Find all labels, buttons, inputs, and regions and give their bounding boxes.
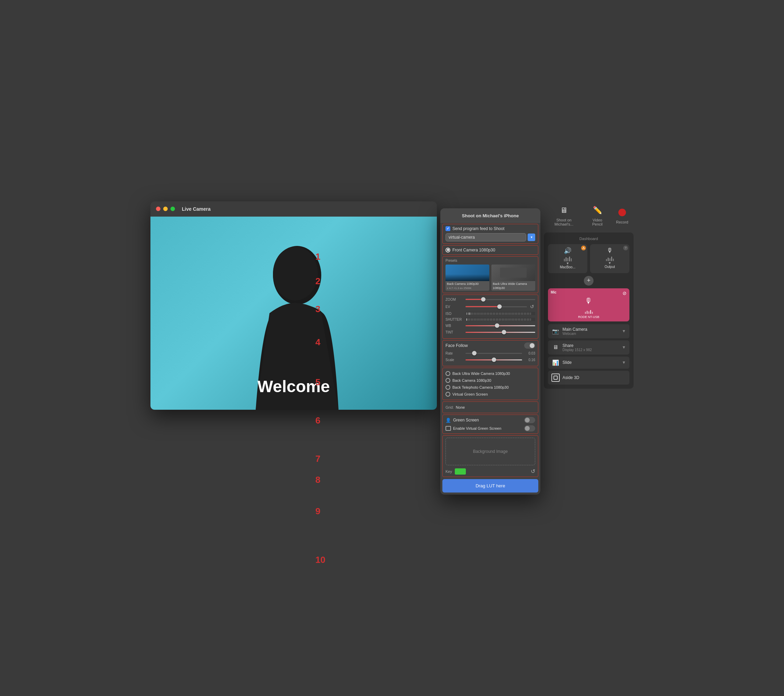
wb-slider[interactable] — [466, 323, 535, 328]
front-camera-radio[interactable] — [445, 248, 450, 252]
main-camera-sub: Webcam — [562, 332, 619, 336]
preset-back-thumbnail — [445, 265, 489, 281]
main-camera-info: Main Camera Webcam — [562, 327, 619, 336]
back-telephoto-radio[interactable] — [445, 385, 450, 390]
shutter-control-row: SHUTTER — [445, 317, 535, 321]
camera-list-item-3[interactable]: Back Telephoto Camera 1080p30 — [445, 384, 535, 391]
iso-slider[interactable] — [466, 311, 535, 316]
aside-3d-icon — [552, 374, 560, 382]
main-camera-source[interactable]: 📷 Main Camera Webcam ▼ — [548, 324, 629, 338]
macbook-input-card[interactable]: ? 🔊 ▼ MacBoo... ⚠ — [548, 244, 587, 273]
minimize-button[interactable] — [163, 207, 168, 211]
scale-slider[interactable] — [466, 357, 522, 362]
slide-arrow: ▼ — [622, 360, 626, 365]
toolbar-record-item[interactable]: Record — [614, 206, 630, 224]
aside-3d-source[interactable]: Aside 3D — [548, 371, 629, 385]
key-label: Key — [445, 469, 452, 474]
scale-control-row: Scale 0.16 — [445, 357, 535, 362]
mic-device-label: RODE NT-USB — [578, 315, 600, 319]
toolbar-shoot-item[interactable]: 🖥 Shoot on Michael's... — [547, 204, 580, 226]
close-button[interactable] — [156, 207, 160, 211]
toolbar-shoot-label: Shoot on Michael's... — [547, 218, 580, 226]
enable-virtual-toggle[interactable] — [524, 425, 535, 431]
section-num-2: 2 — [315, 276, 325, 286]
preset-back-camera[interactable]: Back Camera 1080p30 z 4.7 +1.3 ev 2500K — [445, 265, 489, 291]
section-num-6: 6 — [315, 415, 325, 426]
ev-slider[interactable] — [466, 304, 527, 309]
back-camera-radio[interactable] — [445, 378, 450, 383]
slide-info: Slide — [562, 360, 619, 365]
aside-3d-info: Aside 3D — [562, 375, 626, 380]
camera-list-item-1[interactable]: Back Ultra Wide Camera 1080p30 — [445, 370, 535, 377]
virtual-gs-radio[interactable] — [445, 392, 450, 397]
background-image-label: Background Image — [473, 449, 508, 454]
send-feed-checkbox[interactable] — [445, 226, 450, 231]
record-circle-icon — [618, 209, 626, 216]
share-info: Share Display 1512 x 982 — [562, 343, 619, 352]
iso-label: ISO — [445, 312, 463, 316]
presets-grid: Back Camera 1080p30 z 4.7 +1.3 ev 2500K … — [445, 265, 535, 291]
macbook-dropdown-arrow[interactable]: ▼ — [551, 262, 585, 265]
record-icon-box — [614, 206, 630, 219]
pencil-toolbar-icon: ✏️ — [593, 206, 602, 215]
slide-source-icon: 📊 — [552, 359, 560, 366]
dashboard-panel: Dashboard ? 🔊 ▼ MacBoo... ⚠ — [544, 232, 634, 389]
mic-large-icon: 🎙 — [585, 296, 593, 306]
section-background-image: Background Image Key ↺ — [442, 435, 538, 477]
green-screen-label: Green Screen — [453, 418, 522, 423]
shoot-icon-box: 🖥 — [556, 204, 572, 217]
output-level-bars — [593, 255, 627, 261]
monitor-icon — [445, 426, 451, 431]
tint-control-row: TINT — [445, 330, 535, 334]
back-ultra-radio[interactable] — [445, 371, 450, 376]
drag-lut-button[interactable]: Drag LUT here — [442, 479, 538, 492]
ev-control-row: EV ↺ — [445, 303, 535, 310]
section-num-10: 10 — [315, 554, 325, 565]
preset-wide-camera[interactable]: Back Ultra Wide Camera 1080p30 — [491, 265, 535, 291]
iso-control-row: ISO — [445, 311, 535, 316]
maximize-button[interactable] — [170, 207, 175, 211]
wb-control-row: WB — [445, 323, 535, 328]
background-image-drop-zone[interactable]: Background Image — [445, 438, 535, 465]
key-color-swatch[interactable] — [455, 468, 466, 475]
key-reset-button[interactable]: ↺ — [531, 468, 535, 475]
monitor-toolbar-icon: 🖥 — [560, 206, 568, 215]
section-num-9: 9 — [315, 506, 325, 517]
output-input-title: Output — [593, 265, 627, 269]
camera-list-item-4[interactable]: Virtual Green Screen — [445, 391, 535, 398]
green-screen-toggle[interactable] — [524, 417, 535, 423]
mic-card[interactable]: Mic ⊘ 🎙 RODE NT-USB — [548, 288, 629, 321]
share-source[interactable]: 🖥 Share Display 1512 x 982 ▼ — [548, 341, 629, 355]
person-icon: 👤 — [445, 417, 451, 423]
virtual-gs-camera-label: Virtual Green Screen — [452, 392, 488, 396]
toolbar-record-label: Record — [616, 220, 628, 224]
face-follow-toggle[interactable] — [524, 342, 535, 349]
back-camera-label: Back Camera 1080p30 — [452, 378, 491, 382]
ev-reset-button[interactable]: ↺ — [529, 303, 535, 310]
zoom-slider[interactable] — [466, 297, 535, 302]
wb-label: WB — [445, 324, 463, 327]
shutter-slider[interactable] — [466, 317, 535, 321]
output-input-card[interactable]: ? 🎙 ▼ Output — [590, 244, 629, 273]
presets-label: Presets — [445, 259, 535, 262]
dashboard-title: Dashboard — [548, 237, 629, 241]
mic-card-title: Mic — [551, 290, 557, 294]
scale-label: Scale — [445, 358, 463, 362]
virtual-camera-dropdown[interactable]: virtual-camera — [445, 233, 526, 242]
add-input-button[interactable]: + — [584, 276, 593, 286]
section-num-7: 7 — [315, 454, 325, 464]
back-ultra-label: Back Ultra Wide Camera 1080p30 — [452, 372, 510, 375]
section-camera-list: Back Ultra Wide Camera 1080p30 Back Came… — [442, 368, 538, 400]
macbook-input-icon: 🔊 — [551, 247, 585, 255]
zoom-control-row: ZOOM — [445, 297, 535, 302]
enable-virtual-gs-label: Enable Virtual Green Screen — [453, 426, 522, 430]
front-camera-label: Front Camera 1080p30 — [452, 248, 495, 252]
camera-list-item-2[interactable]: Back Camera 1080p30 — [445, 377, 535, 384]
output-dropdown-arrow[interactable]: ▼ — [593, 261, 627, 265]
rate-slider[interactable] — [466, 351, 522, 355]
section-num-4: 4 — [315, 337, 325, 348]
slide-source[interactable]: 📊 Slide ▼ — [548, 357, 629, 369]
tint-slider[interactable] — [466, 330, 535, 334]
toolbar-pencil-item[interactable]: ✏️ Video Pencil — [587, 204, 607, 226]
dropdown-arrow-icon[interactable]: ▾ — [528, 234, 535, 241]
